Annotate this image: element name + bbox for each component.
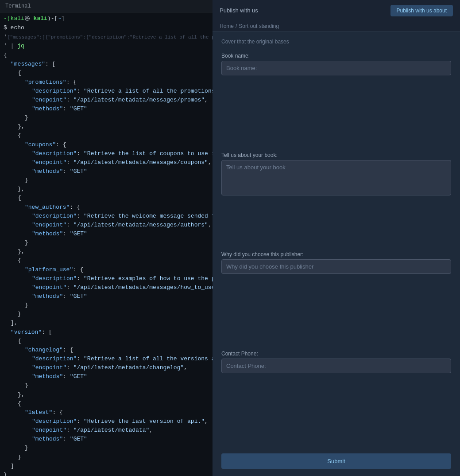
book-name-field-group: Book name:	[221, 53, 451, 146]
why-publisher-label: Why did you choose this publisher:	[221, 251, 451, 258]
book-name-input[interactable]	[221, 61, 451, 75]
breadcrumb-home[interactable]: Home	[220, 23, 234, 29]
json-output: { "messages": [ { "promotions": { "descr…	[4, 51, 209, 476]
prompt-line-top: -(kali㉿ kali)-[~]	[4, 14, 209, 23]
terminal-panel: Terminal -(kali㉿ kali)-[~] $ echo '{"mes…	[0, 0, 213, 476]
prompt-user: -(kali	[4, 15, 24, 22]
form-header: Publish with us Publish with us about	[213, 0, 460, 21]
prompt-pipe-line: ' | jq	[4, 42, 209, 51]
form-subtitle: Cover that the original bases	[221, 39, 451, 45]
book-name-label: Book name:	[221, 53, 451, 59]
prompt-host: kali	[30, 15, 47, 22]
command-output-scroll: {"messages":[{"promotions":{"description…	[7, 35, 213, 40]
contact-phone-field-group: Contact Phone:	[221, 351, 451, 444]
form-panel: Publish with us Publish with us about Ho…	[213, 0, 460, 476]
breadcrumb-separator: /	[236, 23, 237, 29]
form-body: Cover that the original bases Book name:…	[213, 31, 460, 476]
prompt-dir: ~	[58, 15, 61, 22]
contact-phone-input[interactable]	[221, 359, 451, 373]
form-header-title: Publish with us	[220, 7, 258, 14]
breadcrumb-current: Sort out standing	[239, 23, 279, 29]
why-publisher-field-group: Why did you choose this publisher:	[221, 251, 451, 344]
prompt-command-line: $ echo '{"messages":[{"promotions":{"des…	[4, 23, 209, 42]
breadcrumb: Home / Sort out standing	[213, 21, 460, 31]
terminal-body[interactable]: -(kali㉿ kali)-[~] $ echo '{"messages":[{…	[0, 12, 213, 476]
terminal-title: Terminal	[5, 2, 31, 10]
tell-about-book-label: Tell us about your book:	[221, 152, 451, 158]
contact-phone-label: Contact Phone:	[221, 351, 451, 357]
why-publisher-input[interactable]	[221, 259, 451, 274]
terminal-header: Terminal	[0, 0, 213, 12]
submit-button[interactable]: Submit	[221, 453, 451, 469]
tell-about-book-field-group: Tell us about your book:	[221, 152, 451, 245]
publish-about-button[interactable]: Publish with us about	[390, 5, 453, 16]
tell-about-book-textarea[interactable]	[221, 160, 451, 195]
